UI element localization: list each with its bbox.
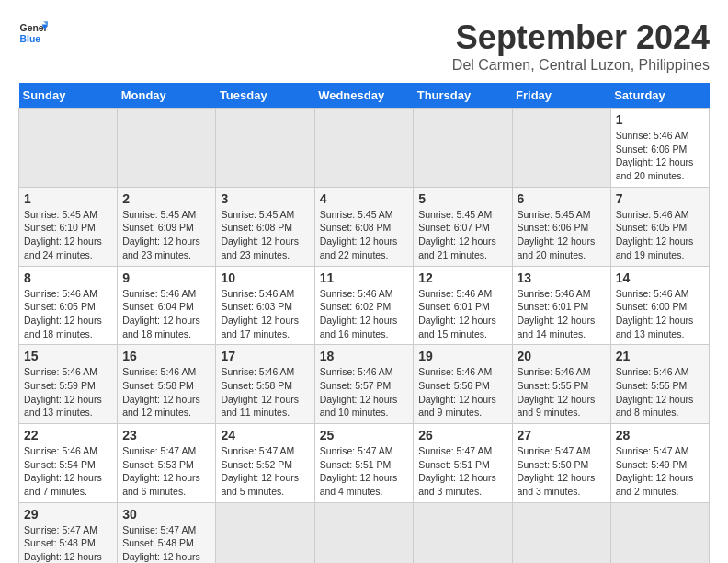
day-number: 28 bbox=[616, 428, 704, 442]
cell-info: Sunrise: 5:46 AM Sunset: 6:00 PM Dayligh… bbox=[616, 287, 704, 341]
calendar-week-row: 1Sunrise: 5:46 AM Sunset: 6:06 PM Daylig… bbox=[19, 109, 710, 188]
cell-info: Sunrise: 5:46 AM Sunset: 6:06 PM Dayligh… bbox=[616, 129, 704, 183]
day-number: 18 bbox=[320, 349, 409, 363]
day-number: 3 bbox=[221, 191, 309, 206]
cell-info: Sunrise: 5:46 AM Sunset: 6:04 PM Dayligh… bbox=[122, 287, 210, 341]
calendar-cell: 30Sunrise: 5:47 AM Sunset: 5:48 PM Dayli… bbox=[118, 502, 216, 563]
day-number: 24 bbox=[221, 428, 309, 442]
cell-info: Sunrise: 5:46 AM Sunset: 6:02 PM Dayligh… bbox=[320, 287, 409, 341]
cell-info: Sunrise: 5:45 AM Sunset: 6:08 PM Dayligh… bbox=[221, 208, 309, 262]
calendar-cell: 11Sunrise: 5:46 AM Sunset: 6:02 PM Dayli… bbox=[314, 266, 414, 345]
day-number: 17 bbox=[221, 349, 309, 363]
cell-info: Sunrise: 5:46 AM Sunset: 5:57 PM Dayligh… bbox=[320, 365, 409, 419]
day-number: 2 bbox=[122, 191, 210, 206]
day-number: 9 bbox=[122, 270, 210, 285]
day-number: 23 bbox=[122, 428, 210, 442]
day-number: 7 bbox=[616, 191, 704, 206]
day-number: 4 bbox=[320, 191, 409, 206]
cell-info: Sunrise: 5:46 AM Sunset: 5:58 PM Dayligh… bbox=[221, 365, 309, 419]
cell-info: Sunrise: 5:46 AM Sunset: 6:03 PM Dayligh… bbox=[221, 287, 309, 341]
calendar-week-row: 8Sunrise: 5:46 AM Sunset: 6:05 PM Daylig… bbox=[19, 266, 710, 345]
day-number: 30 bbox=[122, 507, 210, 522]
cell-info: Sunrise: 5:45 AM Sunset: 6:09 PM Dayligh… bbox=[122, 208, 210, 262]
cell-info: Sunrise: 5:47 AM Sunset: 5:52 PM Dayligh… bbox=[221, 444, 309, 499]
day-number: 15 bbox=[24, 349, 112, 363]
cell-info: Sunrise: 5:45 AM Sunset: 6:10 PM Dayligh… bbox=[24, 208, 112, 262]
cell-info: Sunrise: 5:46 AM Sunset: 5:59 PM Dayligh… bbox=[24, 365, 112, 419]
cell-info: Sunrise: 5:46 AM Sunset: 5:56 PM Dayligh… bbox=[418, 365, 506, 419]
calendar-week-row: 22Sunrise: 5:46 AM Sunset: 5:54 PM Dayli… bbox=[19, 424, 710, 503]
calendar-cell bbox=[610, 502, 709, 563]
day-number: 12 bbox=[418, 270, 506, 285]
location-title: Del Carmen, Central Luzon, Philippines bbox=[452, 57, 710, 74]
calendar-cell: 4Sunrise: 5:45 AM Sunset: 6:08 PM Daylig… bbox=[314, 187, 414, 266]
calendar-cell bbox=[314, 109, 414, 188]
calendar-cell: 8Sunrise: 5:46 AM Sunset: 6:05 PM Daylig… bbox=[19, 266, 118, 345]
calendar-cell: 29Sunrise: 5:47 AM Sunset: 5:48 PM Dayli… bbox=[19, 502, 118, 563]
page-header: General Blue September 2024 Del Carmen, … bbox=[18, 18, 710, 74]
calendar-cell: 22Sunrise: 5:46 AM Sunset: 5:54 PM Dayli… bbox=[19, 424, 118, 503]
cell-info: Sunrise: 5:47 AM Sunset: 5:49 PM Dayligh… bbox=[616, 444, 704, 499]
calendar-cell: 6Sunrise: 5:45 AM Sunset: 6:06 PM Daylig… bbox=[512, 187, 610, 266]
cell-info: Sunrise: 5:47 AM Sunset: 5:50 PM Dayligh… bbox=[518, 444, 606, 499]
calendar-cell: 16Sunrise: 5:46 AM Sunset: 5:58 PM Dayli… bbox=[118, 345, 216, 424]
calendar-cell: 23Sunrise: 5:47 AM Sunset: 5:53 PM Dayli… bbox=[118, 424, 216, 503]
calendar-cell: 28Sunrise: 5:47 AM Sunset: 5:49 PM Dayli… bbox=[610, 424, 709, 503]
calendar-cell: 3Sunrise: 5:45 AM Sunset: 6:08 PM Daylig… bbox=[216, 187, 314, 266]
day-number: 19 bbox=[418, 349, 506, 363]
day-number: 1 bbox=[24, 191, 112, 206]
calendar-cell: 24Sunrise: 5:47 AM Sunset: 5:52 PM Dayli… bbox=[216, 424, 314, 503]
day-number: 20 bbox=[518, 349, 606, 363]
day-number: 14 bbox=[616, 270, 704, 285]
calendar-cell: 7Sunrise: 5:46 AM Sunset: 6:05 PM Daylig… bbox=[610, 187, 709, 266]
calendar-cell: 5Sunrise: 5:45 AM Sunset: 6:07 PM Daylig… bbox=[414, 187, 512, 266]
weekday-header: Wednesday bbox=[314, 83, 414, 109]
cell-info: Sunrise: 5:47 AM Sunset: 5:53 PM Dayligh… bbox=[122, 444, 210, 499]
calendar-header-row: SundayMondayTuesdayWednesdayThursdayFrid… bbox=[19, 83, 710, 109]
calendar-cell bbox=[414, 502, 512, 563]
calendar-cell bbox=[19, 109, 118, 188]
calendar-cell bbox=[512, 109, 610, 188]
day-number: 6 bbox=[518, 191, 606, 206]
month-title: September 2024 bbox=[452, 18, 710, 57]
cell-info: Sunrise: 5:46 AM Sunset: 6:05 PM Dayligh… bbox=[616, 208, 704, 262]
cell-info: Sunrise: 5:46 AM Sunset: 5:58 PM Dayligh… bbox=[122, 365, 210, 419]
calendar-cell: 15Sunrise: 5:46 AM Sunset: 5:59 PM Dayli… bbox=[19, 345, 118, 424]
calendar-cell bbox=[414, 109, 512, 188]
calendar-cell bbox=[512, 502, 610, 563]
calendar-cell: 9Sunrise: 5:46 AM Sunset: 6:04 PM Daylig… bbox=[118, 266, 216, 345]
calendar-cell: 2Sunrise: 5:45 AM Sunset: 6:09 PM Daylig… bbox=[118, 187, 216, 266]
calendar-week-row: 1Sunrise: 5:45 AM Sunset: 6:10 PM Daylig… bbox=[19, 187, 710, 266]
title-section: September 2024 Del Carmen, Central Luzon… bbox=[452, 18, 710, 74]
day-number: 16 bbox=[122, 349, 210, 363]
svg-text:Blue: Blue bbox=[20, 34, 41, 44]
day-number: 10 bbox=[221, 270, 309, 285]
calendar-cell: 17Sunrise: 5:46 AM Sunset: 5:58 PM Dayli… bbox=[216, 345, 314, 424]
calendar-cell: 1Sunrise: 5:45 AM Sunset: 6:10 PM Daylig… bbox=[19, 187, 118, 266]
cell-info: Sunrise: 5:45 AM Sunset: 6:06 PM Dayligh… bbox=[518, 208, 606, 262]
day-number: 1 bbox=[616, 112, 704, 127]
calendar-cell: 27Sunrise: 5:47 AM Sunset: 5:50 PM Dayli… bbox=[512, 424, 610, 503]
calendar-cell: 26Sunrise: 5:47 AM Sunset: 5:51 PM Dayli… bbox=[414, 424, 512, 503]
weekday-header: Monday bbox=[118, 83, 216, 109]
calendar-cell: 10Sunrise: 5:46 AM Sunset: 6:03 PM Dayli… bbox=[216, 266, 314, 345]
cell-info: Sunrise: 5:46 AM Sunset: 5:55 PM Dayligh… bbox=[518, 365, 606, 419]
calendar-week-row: 15Sunrise: 5:46 AM Sunset: 5:59 PM Dayli… bbox=[19, 345, 710, 424]
cell-info: Sunrise: 5:47 AM Sunset: 5:51 PM Dayligh… bbox=[320, 444, 409, 499]
day-number: 25 bbox=[320, 428, 409, 442]
calendar-cell: 20Sunrise: 5:46 AM Sunset: 5:55 PM Dayli… bbox=[512, 345, 610, 424]
cell-info: Sunrise: 5:46 AM Sunset: 5:55 PM Dayligh… bbox=[616, 365, 704, 419]
weekday-header: Friday bbox=[512, 83, 610, 109]
logo-icon: General Blue bbox=[18, 18, 48, 48]
day-number: 11 bbox=[320, 270, 409, 285]
calendar-cell: 18Sunrise: 5:46 AM Sunset: 5:57 PM Dayli… bbox=[314, 345, 414, 424]
cell-info: Sunrise: 5:46 AM Sunset: 6:01 PM Dayligh… bbox=[418, 287, 506, 341]
cell-info: Sunrise: 5:47 AM Sunset: 5:48 PM Dayligh… bbox=[24, 523, 112, 563]
day-number: 21 bbox=[616, 349, 704, 363]
calendar-cell: 12Sunrise: 5:46 AM Sunset: 6:01 PM Dayli… bbox=[414, 266, 512, 345]
day-number: 26 bbox=[418, 428, 506, 442]
calendar-cell bbox=[118, 109, 216, 188]
cell-info: Sunrise: 5:46 AM Sunset: 6:05 PM Dayligh… bbox=[24, 287, 112, 341]
calendar-cell: 19Sunrise: 5:46 AM Sunset: 5:56 PM Dayli… bbox=[414, 345, 512, 424]
day-number: 13 bbox=[518, 270, 606, 285]
